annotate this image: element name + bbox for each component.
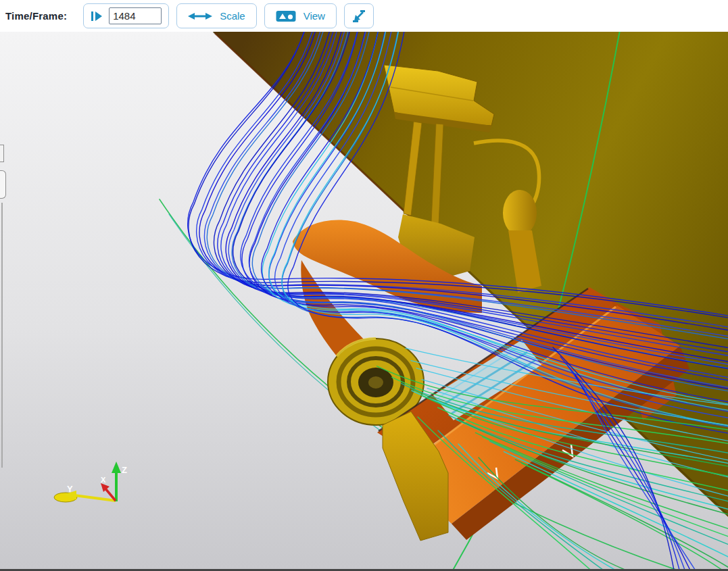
suspension-pod [503,190,537,236]
frame-control-group [83,3,169,28]
cfd-postprocessor-window: Time/Frame: Scale [0,0,728,571]
collapsed-panel-handle[interactable] [0,170,6,199]
scale-button-label: Scale [220,10,245,22]
wheel-hub [368,376,383,389]
fit-view-button[interactable] [344,3,374,28]
z-axis-label: Z [122,465,127,475]
view-icon [276,10,296,22]
toolbar: Time/Frame: Scale [0,0,728,32]
frame-number-input[interactable] [109,7,162,24]
scale-button[interactable]: Scale [176,3,257,28]
panel-splitter-line[interactable] [1,203,3,468]
time-frame-label: Time/Frame: [5,10,67,22]
viewport-3d[interactable]: Z Y X [0,32,728,569]
x-axis-label: X [101,476,106,484]
scene-canvas[interactable]: Z Y X [0,32,728,569]
step-play-icon[interactable] [91,11,103,22]
view-button[interactable]: View [264,3,337,28]
view-button-label: View [304,10,325,22]
scale-arrows-icon [188,11,212,21]
y-axis-label: Y [67,484,73,494]
panel-splitter-notch[interactable] [0,145,4,162]
fit-view-icon [352,9,366,23]
